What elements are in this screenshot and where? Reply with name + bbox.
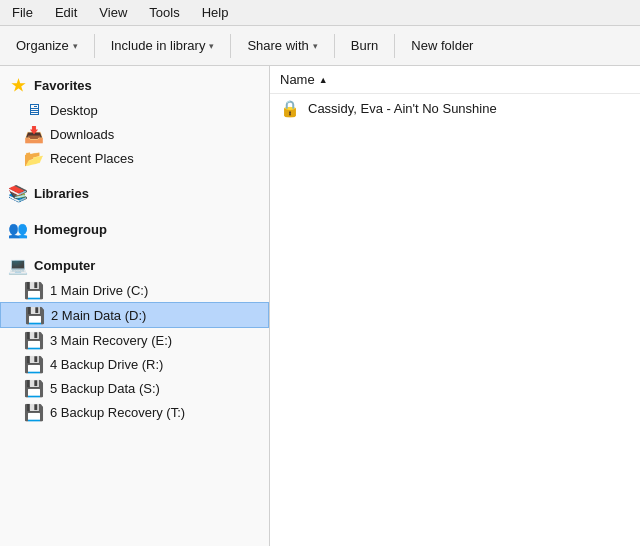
drive-c-icon: 💾 [24, 281, 44, 299]
content-area: Name ▲ 🔒 Cassidy, Eva - Ain't No Sunshin… [270, 66, 640, 546]
audio-file-icon: 🔒 [280, 98, 300, 118]
new-folder-button[interactable]: New folder [403, 34, 481, 57]
sidebar-item-drive-e[interactable]: 💾 3 Main Recovery (E:) [0, 328, 269, 352]
include-library-arrow-icon: ▾ [209, 41, 214, 51]
sidebar-section-homegroup[interactable]: 👥 Homegroup [0, 216, 269, 242]
column-name-label: Name [280, 72, 315, 87]
sidebar-item-drive-c[interactable]: 💾 1 Main Drive (C:) [0, 278, 269, 302]
main-layout: ★ Favorites 🖥 Desktop 📥 Downloads 📂 Rece… [0, 66, 640, 546]
organize-arrow-icon: ▾ [73, 41, 78, 51]
sidebar-item-drive-s-label: 5 Backup Data (S:) [50, 381, 160, 396]
downloads-icon: 📥 [24, 125, 44, 143]
drive-t-icon: 💾 [24, 403, 44, 421]
recent-places-icon: 📂 [24, 149, 44, 167]
burn-button[interactable]: Burn [343, 34, 386, 57]
file-item[interactable]: 🔒 Cassidy, Eva - Ain't No Sunshine [270, 94, 640, 122]
menu-edit[interactable]: Edit [49, 3, 83, 22]
include-library-label: Include in library [111, 38, 206, 53]
sidebar: ★ Favorites 🖥 Desktop 📥 Downloads 📂 Rece… [0, 66, 270, 546]
sidebar-item-drive-e-label: 3 Main Recovery (E:) [50, 333, 172, 348]
drive-s-icon: 💾 [24, 379, 44, 397]
burn-label: Burn [351, 38, 378, 53]
favorites-icon: ★ [8, 76, 28, 94]
section-gap-1 [0, 170, 269, 180]
sidebar-item-downloads[interactable]: 📥 Downloads [0, 122, 269, 146]
sidebar-item-desktop-label: Desktop [50, 103, 98, 118]
content-header: Name ▲ [270, 66, 640, 94]
toolbar-separator-4 [394, 34, 395, 58]
drive-e-icon: 💾 [24, 331, 44, 349]
sidebar-item-drive-d[interactable]: 💾 2 Main Data (D:) [0, 302, 269, 328]
sidebar-item-recent-label: Recent Places [50, 151, 134, 166]
favorites-label: Favorites [34, 78, 92, 93]
organize-label: Organize [16, 38, 69, 53]
desktop-icon: 🖥 [24, 101, 44, 119]
share-with-label: Share with [247, 38, 308, 53]
section-gap-2 [0, 206, 269, 216]
libraries-icon: 📚 [8, 184, 28, 202]
computer-label: Computer [34, 258, 95, 273]
sidebar-item-drive-r-label: 4 Backup Drive (R:) [50, 357, 163, 372]
homegroup-icon: 👥 [8, 220, 28, 238]
sidebar-item-recent-places[interactable]: 📂 Recent Places [0, 146, 269, 170]
sidebar-item-drive-r[interactable]: 💾 4 Backup Drive (R:) [0, 352, 269, 376]
share-with-button[interactable]: Share with ▾ [239, 34, 325, 57]
menu-help[interactable]: Help [196, 3, 235, 22]
sidebar-item-desktop[interactable]: 🖥 Desktop [0, 98, 269, 122]
homegroup-label: Homegroup [34, 222, 107, 237]
column-name-header[interactable]: Name ▲ [280, 72, 328, 87]
libraries-label: Libraries [34, 186, 89, 201]
drive-d-icon: 💾 [25, 306, 45, 324]
file-name: Cassidy, Eva - Ain't No Sunshine [308, 101, 497, 116]
sidebar-item-downloads-label: Downloads [50, 127, 114, 142]
sort-arrow-icon: ▲ [319, 75, 328, 85]
organize-button[interactable]: Organize ▾ [8, 34, 86, 57]
menu-file[interactable]: File [6, 3, 39, 22]
drive-r-icon: 💾 [24, 355, 44, 373]
toolbar: Organize ▾ Include in library ▾ Share wi… [0, 26, 640, 66]
section-gap-3 [0, 242, 269, 252]
sidebar-section-favorites[interactable]: ★ Favorites [0, 72, 269, 98]
sidebar-item-drive-t[interactable]: 💾 6 Backup Recovery (T:) [0, 400, 269, 424]
sidebar-item-drive-s[interactable]: 💾 5 Backup Data (S:) [0, 376, 269, 400]
menu-bar: File Edit View Tools Help [0, 0, 640, 26]
sidebar-section-computer[interactable]: 💻 Computer [0, 252, 269, 278]
computer-icon: 💻 [8, 256, 28, 274]
menu-tools[interactable]: Tools [143, 3, 185, 22]
include-library-button[interactable]: Include in library ▾ [103, 34, 223, 57]
menu-view[interactable]: View [93, 3, 133, 22]
toolbar-separator-2 [230, 34, 231, 58]
sidebar-section-libraries[interactable]: 📚 Libraries [0, 180, 269, 206]
toolbar-separator-3 [334, 34, 335, 58]
sidebar-item-drive-t-label: 6 Backup Recovery (T:) [50, 405, 185, 420]
new-folder-label: New folder [411, 38, 473, 53]
sidebar-item-drive-c-label: 1 Main Drive (C:) [50, 283, 148, 298]
toolbar-separator-1 [94, 34, 95, 58]
share-with-arrow-icon: ▾ [313, 41, 318, 51]
content-list[interactable]: 🔒 Cassidy, Eva - Ain't No Sunshine [270, 94, 640, 546]
sidebar-scroll[interactable]: ★ Favorites 🖥 Desktop 📥 Downloads 📂 Rece… [0, 66, 269, 546]
sidebar-item-drive-d-label: 2 Main Data (D:) [51, 308, 146, 323]
